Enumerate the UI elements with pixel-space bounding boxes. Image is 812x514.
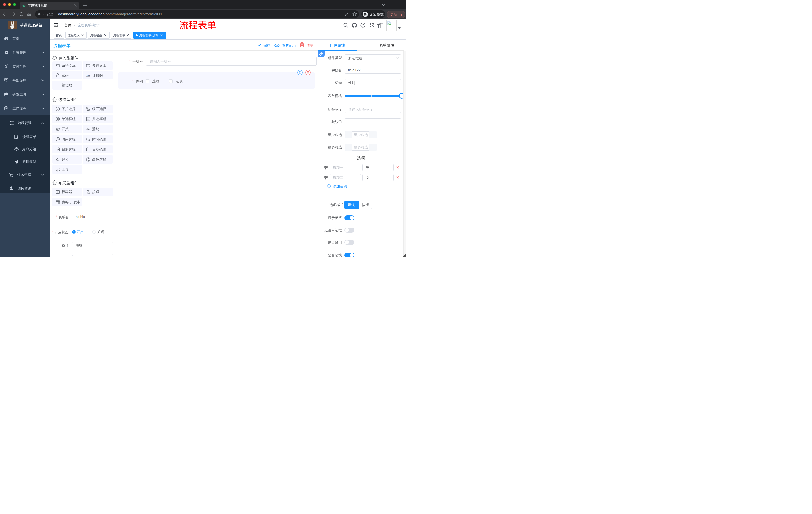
svg-text:123: 123 xyxy=(87,75,90,77)
